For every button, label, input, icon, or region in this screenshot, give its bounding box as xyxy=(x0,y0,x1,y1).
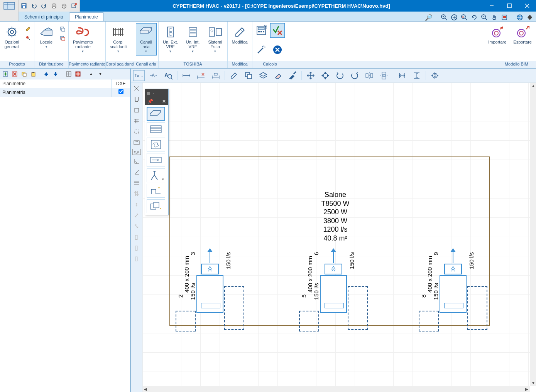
zoom-out-icon[interactable]: x xyxy=(460,13,468,21)
eraser-icon[interactable] xyxy=(272,70,284,81)
corpi-scaldanti-button[interactable]: Corpi scaldanti ▾ xyxy=(107,23,129,56)
grid2-icon[interactable] xyxy=(74,70,82,78)
brush-icon[interactable] xyxy=(287,70,298,81)
pavimento-radiante-button[interactable]: Pavimento radiante ▾ xyxy=(70,23,96,56)
zoom-in-icon[interactable] xyxy=(440,13,448,21)
undo-icon[interactable] xyxy=(30,2,38,10)
save-icon[interactable] xyxy=(20,2,28,10)
wand-copy-icon[interactable] xyxy=(147,199,165,213)
mirror-v-icon[interactable] xyxy=(378,70,390,81)
edit-small-icon[interactable] xyxy=(24,25,32,33)
angle-icon[interactable] xyxy=(132,156,141,166)
crossed-tool-icon[interactable] xyxy=(132,84,141,93)
zoom-minus-icon[interactable] xyxy=(480,13,488,21)
drawing-canvas[interactable]: · 📌✕ ▾ Salone xyxy=(142,82,536,392)
align-h-icon[interactable] xyxy=(411,70,423,81)
move-arrows-icon[interactable] xyxy=(320,70,331,81)
diffuser[interactable]: 2 400 x 200 mm 150 l/s 3 150 l/s xyxy=(196,275,223,313)
side-row-planimetria[interactable]: Planimetria xyxy=(0,88,130,97)
palette-close-icon[interactable]: ✕ xyxy=(162,99,166,104)
floating-tool-palette[interactable]: · 📌✕ ▾ xyxy=(145,89,169,215)
print-icon[interactable] xyxy=(50,2,58,10)
search-text-icon[interactable]: A xyxy=(162,70,174,81)
grille-tool-icon[interactable] xyxy=(147,122,165,136)
importare-button[interactable]: Importare xyxy=(485,23,509,46)
copy2-small-icon[interactable] xyxy=(58,34,67,42)
square-icon[interactable] xyxy=(132,106,141,115)
v2-icon[interactable]: ↕ xyxy=(132,200,141,209)
refresh-icon[interactable] xyxy=(470,13,478,21)
binoculars-icon[interactable]: 🔎 xyxy=(425,13,433,21)
v7-icon[interactable]: ▯ xyxy=(132,254,141,263)
pin-icon[interactable]: 📌 xyxy=(147,99,153,104)
grid-icon[interactable] xyxy=(132,116,141,126)
app-menu-button[interactable] xyxy=(0,0,19,12)
pan-icon[interactable] xyxy=(490,13,498,21)
dashed-square-icon[interactable] xyxy=(132,127,141,136)
globe-icon[interactable] xyxy=(516,13,524,21)
move-up-icon[interactable] xyxy=(42,70,50,78)
sistemi-estia-button[interactable]: Sistemi Estia ▾ xyxy=(205,23,226,56)
copy-small-icon[interactable] xyxy=(58,25,67,33)
diffuser[interactable]: 5 400 x 200 mm 150 l/s 6 150 l/s xyxy=(320,275,347,313)
copy-icon[interactable] xyxy=(20,70,28,78)
move-text-icon[interactable]: A xyxy=(148,70,159,81)
branch-tool-icon[interactable]: ▾ xyxy=(147,168,165,182)
minimize-button[interactable] xyxy=(483,0,500,12)
wand-icon[interactable] xyxy=(254,42,269,57)
text-tool-icon[interactable]: Tx… xyxy=(133,70,145,81)
export-window-icon[interactable] xyxy=(70,2,78,10)
keyboard-icon[interactable] xyxy=(132,138,141,147)
xy-icon[interactable]: x,y xyxy=(132,149,141,155)
down-tri-icon[interactable]: ▼ xyxy=(96,70,104,78)
rotate-cw-icon[interactable] xyxy=(349,70,360,81)
redo-icon[interactable] xyxy=(40,2,48,10)
close-button[interactable] xyxy=(518,0,536,12)
vertical-scrollbar[interactable]: ▲ ▼ xyxy=(530,82,536,386)
cancel-blue-icon[interactable] xyxy=(270,42,285,57)
pin-small-icon[interactable] xyxy=(24,34,32,42)
v4-icon[interactable]: ⤡ xyxy=(132,221,141,230)
paste-icon[interactable] xyxy=(29,70,37,78)
horizontal-scrollbar[interactable]: ◀ ▶ xyxy=(142,386,530,392)
angle2-icon[interactable] xyxy=(132,167,141,177)
maximize-button[interactable] xyxy=(500,0,518,12)
settings-gear-icon[interactable] xyxy=(429,70,441,81)
up-tri-icon[interactable]: ▲ xyxy=(87,70,95,78)
esportare-button[interactable]: Esportare xyxy=(511,23,534,46)
un-int-vrf-button[interactable]: Un. Int. VRF ▾ xyxy=(183,23,203,56)
mirror-h-icon[interactable] xyxy=(364,70,375,81)
dim-box-icon[interactable] xyxy=(210,70,222,81)
check-x-icon[interactable] xyxy=(270,23,285,38)
move-cross-icon[interactable] xyxy=(305,70,316,81)
swirl-tool-icon[interactable] xyxy=(147,138,165,151)
modifica-button[interactable]: Modifica xyxy=(229,23,250,46)
delete-icon[interactable] xyxy=(11,70,19,78)
print-view-icon[interactable] xyxy=(500,13,508,21)
dim-h-icon[interactable] xyxy=(181,70,192,81)
add-icon[interactable] xyxy=(2,70,9,78)
damper-tool-icon[interactable] xyxy=(147,153,165,167)
zoom-extents-icon[interactable] xyxy=(450,13,458,21)
canali-aria-button[interactable]: Canali aria ▾ xyxy=(136,23,157,56)
pencil-icon[interactable] xyxy=(228,70,240,81)
un-ext-vrf-button[interactable]: Un. Ext. VRF ▾ xyxy=(160,23,181,56)
opzioni-generali-button[interactable]: Opzioni generali xyxy=(2,23,22,51)
box-icon[interactable] xyxy=(60,2,68,10)
v5-icon[interactable]: ▯ xyxy=(132,232,141,241)
copy-tool-icon[interactable] xyxy=(243,70,254,81)
move-down-icon[interactable] xyxy=(52,70,59,78)
help-icon[interactable] xyxy=(526,13,534,21)
rotate-ccw-icon[interactable] xyxy=(334,70,346,81)
grid1-icon[interactable] xyxy=(65,70,73,78)
dim-del-icon[interactable] xyxy=(195,70,207,81)
v1-icon[interactable]: ⇅ xyxy=(132,189,141,198)
duct-tool-icon[interactable] xyxy=(147,107,165,121)
tab-schemi[interactable]: Schemi di principio xyxy=(19,12,69,21)
wand-route-icon[interactable] xyxy=(147,184,165,198)
magnet-icon[interactable] xyxy=(132,95,141,104)
locale-button[interactable]: Locale ▾ xyxy=(36,23,57,51)
v6-icon[interactable]: ▯ xyxy=(132,243,141,252)
list-icon[interactable] xyxy=(132,178,141,187)
diffuser[interactable]: 8 400 x 200 mm 150 l/s 9 150 l/s xyxy=(440,275,467,313)
